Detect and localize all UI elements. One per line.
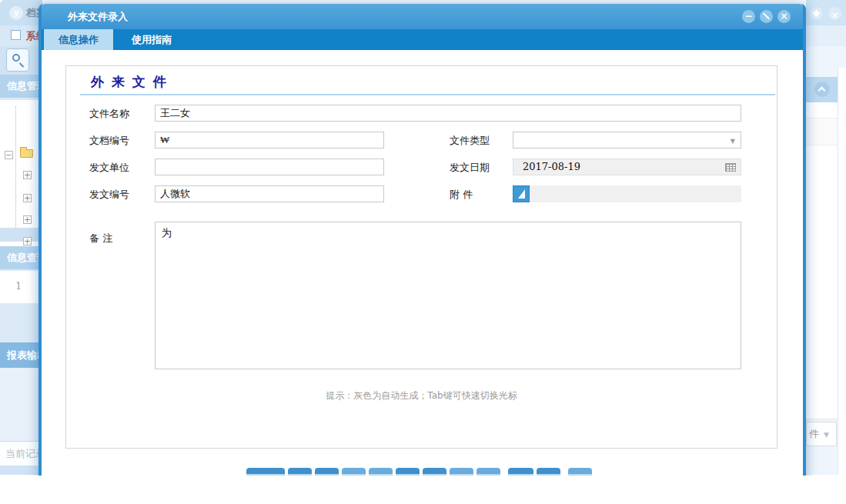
app-logo: y [9,6,23,20]
doc-type-label: 文件类型 [450,134,490,148]
close-icon: × [777,10,791,22]
form-tip-text: 提示：灰色为自动生成；Tab键可快速切换光标 [66,389,777,402]
bottom-action-button[interactable] [369,468,393,476]
screenshot-canvas: y 档案 系统 信息管理 − + + + [0,0,846,504]
list-item-number: 1 [15,280,22,292]
search-icon-handle [19,62,24,67]
bottom-action-button[interactable] [342,468,366,476]
remark-label: 备 注 [89,232,112,245]
panel-header-report-output[interactable]: 报表输出 [0,342,42,368]
background-footer-strip [0,466,42,475]
search-button[interactable] [6,48,29,72]
send-date-label: 发文日期 [450,161,490,175]
background-right-content [806,102,841,419]
minimize-icon: − [742,10,755,22]
block-button[interactable] [760,10,773,23]
tree-expand-toggle[interactable]: + [23,237,32,245]
block-icon [763,12,770,19]
background-window-right: × 件▼ [806,0,846,475]
tree-selected-row[interactable] [0,228,42,242]
search-icon [12,54,20,62]
remark-textarea[interactable]: 为 [155,222,741,369]
send-number-input[interactable] [155,185,384,202]
upload-icon [518,189,525,199]
panel-header-info-management[interactable]: 信息管理 [0,75,42,98]
send-date-value: 2017-08-19 [523,161,580,172]
doc-name-input[interactable] [155,105,741,122]
tree-expand-toggle[interactable]: + [23,194,32,202]
background-menu-row: 系统 [0,25,42,46]
background-titlebar: y 档案 [0,0,42,25]
send-number-label: 发文编号 [89,188,129,202]
calendar-icon[interactable] [725,163,736,172]
dialog-body: 外 来 文 件 文件名称 文档编号 文件类型 ▼ 发文单位 [42,50,803,476]
list-item[interactable]: 1 [0,271,42,304]
attachment-label: 附 件 [450,188,473,202]
close-button[interactable]: × [777,10,791,23]
bottom-action-button[interactable] [477,468,500,476]
doc-number-label: 文档编号 [89,134,129,148]
doc-name-label: 文件名称 [89,107,129,121]
doc-type-select[interactable]: ▼ [513,132,741,149]
bottom-action-button[interactable] [508,468,533,476]
tab-user-guide[interactable]: 使用指南 [117,29,186,50]
background-spacer [0,304,42,342]
background-dropdown-partial[interactable]: 件▼ [806,422,837,446]
chevron-down-icon: ▼ [824,431,829,439]
background-lower-area [0,368,42,441]
bottom-action-button[interactable] [568,468,592,476]
tree-expand-toggle[interactable]: + [23,215,32,224]
bottom-action-button[interactable] [450,468,473,476]
background-right-titlebar: × [806,0,846,25]
dropdown-partial-label: 件 [809,428,819,439]
form-heading: 外 来 文 件 [91,73,168,91]
background-window-left: y 档案 系统 信息管理 − + + + [0,0,42,475]
checkbox[interactable] [11,30,21,40]
send-date-field[interactable]: 2017-08-19 [513,159,741,175]
restore-button[interactable] [810,7,823,20]
background-right-panel-header [806,77,841,102]
send-unit-label: 发文单位 [89,161,129,175]
bottom-button-row [246,468,592,476]
background-toolbar [0,46,42,75]
bottom-action-button[interactable] [396,468,420,476]
bottom-action-button[interactable] [423,468,446,476]
close-button-background[interactable]: × [828,7,841,20]
external-document-entry-dialog: 外来文件录入 − × 信息操作 使用指南 外 来 文 件 [38,4,806,476]
tab-info-operation[interactable]: 信息操作 [44,29,113,50]
tree-expand-toggle[interactable]: + [23,171,32,179]
attachment-bar [513,185,741,202]
bottom-action-button[interactable] [246,468,285,476]
background-right-subbar [806,25,846,46]
form-panel: 外 来 文 件 文件名称 文档编号 文件类型 ▼ 发文单位 [65,65,777,449]
heading-underline [80,94,775,95]
tree-guide-line [15,106,16,237]
dialog-tabstrip: 信息操作 使用指南 [42,29,803,50]
minimize-button[interactable]: − [742,10,755,23]
send-unit-input[interactable] [155,159,384,175]
bottom-action-button[interactable] [315,468,339,476]
attachment-upload-button[interactable] [513,185,530,202]
folder-icon [20,149,33,158]
background-scroll-column[interactable] [838,68,846,475]
tree-view: − + + + + [0,100,42,246]
bottom-action-button[interactable] [288,468,312,476]
background-right-row [806,118,841,145]
chevron-up-icon [818,87,826,95]
dialog-titlebar[interactable]: 外来文件录入 − × [42,4,803,29]
dialog-title: 外来文件录入 [68,10,128,24]
status-bar: 当前记录 [0,441,42,466]
panel-header-info-query[interactable]: 信息查询 [0,246,42,269]
doc-number-input[interactable] [155,132,384,149]
chevron-down-icon: ▼ [731,138,735,145]
collapse-panel-button[interactable] [814,82,830,97]
close-icon: × [831,10,838,21]
app-viewport: y 档案 系统 信息管理 − + + + [0,0,846,476]
bottom-action-button[interactable] [537,468,560,476]
tree-collapse-toggle[interactable]: − [5,151,13,159]
restore-icon [813,10,821,18]
